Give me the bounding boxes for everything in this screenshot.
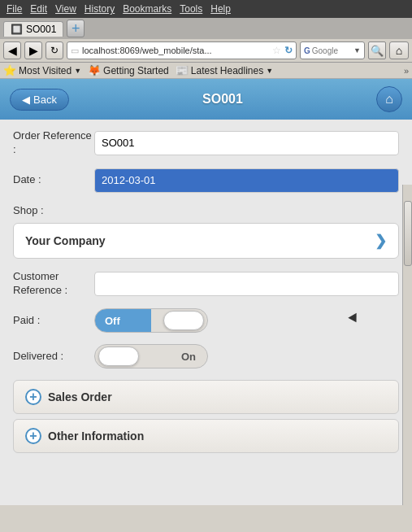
most-visited-label: Most Visited bbox=[19, 65, 72, 76]
menu-view[interactable]: View bbox=[55, 3, 76, 15]
delivered-toggle-knob bbox=[98, 347, 139, 366]
search-button[interactable]: 🔍 bbox=[368, 41, 386, 59]
other-info-expand-icon: + bbox=[25, 428, 41, 444]
getting-started-label: Getting Started bbox=[103, 65, 169, 76]
bookmark-star-icon[interactable]: ☆ bbox=[272, 45, 281, 56]
url-bar[interactable]: ▭ localhost:8069/web_mobile/sta... ☆ ↻ bbox=[67, 41, 297, 59]
forward-nav-button[interactable]: ▶ bbox=[24, 41, 42, 59]
most-visited-icon: ⭐ bbox=[3, 64, 16, 76]
other-information-section[interactable]: + Other Information bbox=[13, 419, 399, 453]
home-app-button[interactable]: ⌂ bbox=[376, 86, 402, 112]
home-nav-icon: ⌂ bbox=[396, 44, 402, 57]
tab-favicon: 🔲 bbox=[11, 24, 23, 35]
date-label: Date : bbox=[13, 173, 94, 187]
order-reference-row: Order Reference : bbox=[13, 129, 399, 157]
more-bookmarks-icon[interactable]: » bbox=[404, 66, 409, 76]
back-nav-button[interactable]: ◀ bbox=[3, 41, 21, 59]
back-button[interactable]: ◀ Back bbox=[10, 89, 69, 111]
paid-toggle[interactable]: Off bbox=[94, 308, 208, 333]
latest-headlines-label: Latest Headlines bbox=[191, 65, 263, 76]
order-reference-label: Order Reference : bbox=[13, 129, 94, 157]
magnifier-icon: 🔍 bbox=[371, 45, 384, 57]
menu-tools[interactable]: Tools bbox=[180, 3, 202, 15]
getting-started-icon: 🦊 bbox=[88, 64, 101, 76]
customer-reference-label: Customer Reference : bbox=[13, 270, 94, 298]
delivered-toggle-label: On bbox=[181, 351, 196, 363]
new-tab-button[interactable]: + bbox=[67, 20, 85, 37]
menu-help[interactable]: Help bbox=[210, 3, 231, 15]
form-area: Order Reference : Date : Shop : Your Com… bbox=[0, 120, 412, 468]
getting-started-bookmark[interactable]: 🦊 Getting Started bbox=[88, 64, 169, 76]
most-visited-arrow: ▼ bbox=[74, 67, 81, 75]
page-title: SO001 bbox=[202, 92, 243, 107]
shop-row: Shop : bbox=[13, 204, 399, 218]
page-icon: ▭ bbox=[71, 46, 79, 56]
app-header: ◀ Back SO001 ⌂ bbox=[0, 79, 412, 120]
customer-reference-input[interactable] bbox=[94, 272, 399, 296]
menu-file[interactable]: File bbox=[7, 3, 22, 15]
paid-toggle-knob bbox=[163, 311, 204, 330]
reload-button[interactable]: ↻ bbox=[46, 41, 63, 59]
latest-headlines-icon: 📰 bbox=[176, 64, 189, 76]
menu-edit[interactable]: Edit bbox=[30, 3, 47, 15]
delivered-label: Delivered : bbox=[13, 350, 94, 364]
scrollbar-thumb[interactable] bbox=[404, 201, 412, 266]
paid-label: Paid : bbox=[13, 314, 94, 328]
dropdown-arrow-icon[interactable]: ▼ bbox=[353, 46, 361, 55]
back-arrow-icon: ◀ bbox=[22, 94, 30, 106]
delivered-row: Delivered : On bbox=[13, 344, 399, 368]
date-row: Date : bbox=[13, 168, 399, 193]
search-text: Google bbox=[312, 46, 352, 55]
customer-reference-row: Customer Reference : bbox=[13, 270, 399, 298]
order-reference-input[interactable] bbox=[94, 131, 399, 155]
tab-title: SO001 bbox=[26, 24, 56, 35]
sales-order-label: Sales Order bbox=[48, 390, 112, 403]
paid-row: Paid : Off bbox=[13, 308, 399, 333]
menu-history[interactable]: History bbox=[85, 3, 115, 15]
browser-tab[interactable]: 🔲 SO001 bbox=[3, 21, 63, 37]
refresh-icon[interactable]: ↻ bbox=[284, 45, 293, 56]
url-text: localhost:8069/web_mobile/sta... bbox=[82, 46, 269, 55]
scrollbar[interactable] bbox=[402, 185, 412, 505]
sales-order-section[interactable]: + Sales Order bbox=[13, 380, 399, 414]
menu-bookmarks[interactable]: Bookmarks bbox=[123, 3, 171, 15]
back-button-label: Back bbox=[33, 94, 57, 106]
home-app-icon: ⌂ bbox=[385, 92, 393, 107]
google-logo: G bbox=[304, 46, 310, 55]
latest-headlines-arrow: ▼ bbox=[266, 67, 273, 75]
most-visited-bookmark[interactable]: ⭐ Most Visited ▼ bbox=[3, 64, 81, 76]
date-input[interactable] bbox=[94, 168, 399, 193]
shop-section: Shop : Your Company ❯ bbox=[13, 204, 399, 259]
sales-order-expand-icon: + bbox=[25, 389, 41, 405]
shop-card[interactable]: Your Company ❯ bbox=[13, 223, 399, 259]
home-nav-button[interactable]: ⌂ bbox=[389, 41, 409, 59]
other-info-label: Other Information bbox=[48, 430, 144, 443]
latest-headlines-bookmark[interactable]: 📰 Latest Headlines ▼ bbox=[176, 64, 273, 76]
shop-label: Shop : bbox=[13, 204, 94, 218]
paid-toggle-label: Off bbox=[105, 315, 120, 327]
search-box[interactable]: G Google ▼ bbox=[300, 41, 365, 59]
delivered-toggle[interactable]: On bbox=[94, 344, 208, 368]
shop-name: Your Company bbox=[25, 234, 106, 247]
shop-arrow-icon: ❯ bbox=[375, 232, 387, 250]
